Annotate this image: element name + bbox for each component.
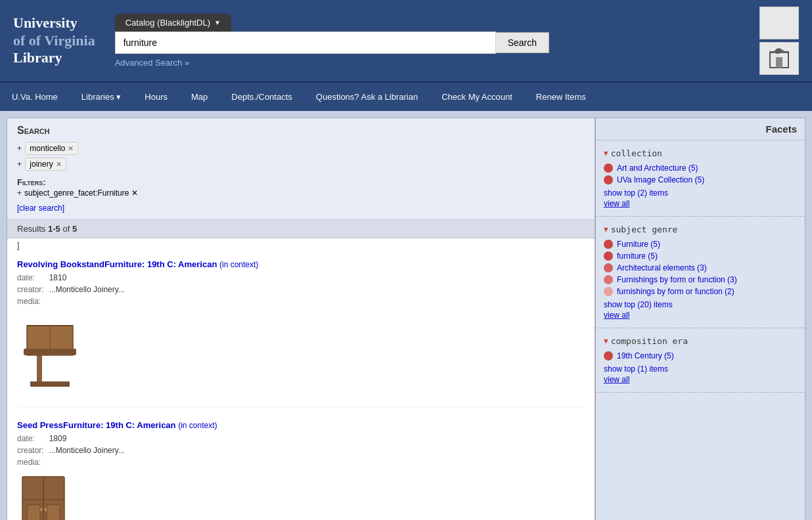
header-icon-building (759, 42, 799, 75)
facet-heading-subject-genre: subject genre (604, 225, 797, 234)
nav-depts[interactable]: Depts./Contacts (219, 83, 304, 111)
tag-joinery[interactable]: joinery ✕ (25, 158, 66, 171)
main-content: Search + monticello ✕ + joinery ✕ Filter… (0, 111, 812, 520)
list-item: 19th Century (5) (604, 351, 797, 360)
facet-dot (604, 287, 613, 296)
svg-rect-4 (37, 352, 42, 385)
search-tags-row: + monticello ✕ + joinery ✕ (17, 141, 585, 172)
nav-hours[interactable]: Hours (133, 83, 179, 111)
filters-section: Filters: + subject_genre_facet:Furniture… (17, 177, 585, 199)
table-row: Seed PressFurniture: 19th C: American (i… (17, 420, 585, 520)
svg-rect-5 (30, 381, 70, 387)
facet-heading-composition-era: composition era (604, 336, 797, 346)
svg-rect-1 (776, 57, 782, 68)
facet-link-furniture[interactable]: Furniture (5) (617, 240, 660, 249)
nav-uva-home[interactable]: U.Va. Home (0, 83, 70, 111)
search-area: Catalog (BlacklightDL) Search Advanced S… (115, 14, 759, 68)
facet-viewall-collection[interactable]: view all (604, 199, 797, 208)
main-nav: U.Va. Home Libraries Hours Map Depts./Co… (0, 81, 812, 111)
facet-link-furnishings-upper[interactable]: Furnishings by form or function (3) (617, 275, 737, 284)
facet-show-subject-genre[interactable]: show top (20) items (604, 300, 797, 309)
clear-search-row: [clear search] (17, 203, 585, 213)
sidebar-item-hours[interactable]: Hours (133, 83, 179, 111)
list-item: furnishings by form or function (2) (604, 287, 797, 296)
result-meta-1: date: 1810 creator: ...Monticello Joiner… (17, 272, 585, 307)
results-panel: Search + monticello ✕ + joinery ✕ Filter… (7, 118, 595, 520)
sidebar-item-map[interactable]: Map (179, 83, 219, 111)
facets-panel: Facets collection Art and Architecture (… (595, 118, 805, 520)
search-button[interactable]: Search (496, 32, 549, 53)
logo: University of of Virginia Library (13, 14, 95, 66)
list-item: Art and Architecture (5) (604, 163, 797, 173)
nav-libraries[interactable]: Libraries (70, 83, 133, 111)
facet-dot (604, 240, 613, 249)
table-row: Revolving BookstandFurniture: 19th C: Am… (17, 259, 585, 407)
sidebar-item-ask[interactable]: Questions? Ask a Librarian (304, 83, 430, 111)
svg-rect-9 (24, 349, 76, 355)
facet-section-subject-genre: subject genre Furniture (5) furniture (5… (596, 217, 805, 328)
facet-dot (604, 175, 613, 184)
bracket-line: ] (7, 238, 595, 253)
result-meta-2: date: 1809 creator: ...Monticello Joiner… (17, 433, 585, 468)
header-icon-blank (759, 7, 799, 39)
nav-map[interactable]: Map (179, 83, 219, 111)
list-item: furniture (5) (604, 251, 797, 261)
facet-dot (604, 263, 613, 272)
facet-show-collection[interactable]: show top (2) items (604, 188, 797, 198)
header: University of of Virginia Library Catalo… (0, 0, 812, 81)
facet-link-art[interactable]: Art and Architecture (5) (617, 163, 698, 173)
tag-monticello[interactable]: monticello ✕ (25, 142, 78, 155)
facet-section-composition-era: composition era 19th Century (5) show to… (596, 328, 805, 393)
results-count-bar: Results 1-5 of 5 (7, 220, 595, 238)
search-box-row: Search (115, 32, 549, 54)
list-item: UVa Image Collection (5) (604, 175, 797, 184)
facet-link-arch-elements[interactable]: Architectural elements (3) (617, 263, 707, 272)
list-item: Furniture (5) (604, 240, 797, 249)
facet-show-composition-era[interactable]: show top (1) items (604, 364, 797, 374)
sidebar-item-libraries[interactable]: Libraries (70, 83, 133, 111)
facet-section-collection: collection Art and Architecture (5) UVa … (596, 141, 805, 217)
result-image-2 (17, 473, 585, 520)
remove-furniture-filter-icon[interactable]: ✕ (131, 188, 138, 198)
remove-monticello-icon[interactable]: ✕ (68, 144, 74, 153)
nav-renew[interactable]: Renew Items (524, 83, 598, 111)
results-body: Revolving BookstandFurniture: 19th C: Am… (7, 253, 595, 520)
result-title-1[interactable]: Revolving BookstandFurniture: 19th C: Am… (17, 259, 258, 269)
header-icons (759, 7, 799, 75)
facet-viewall-subject-genre[interactable]: view all (604, 311, 797, 320)
search-title: Search (17, 125, 585, 137)
sidebar-item-uva-home[interactable]: U.Va. Home (0, 83, 70, 111)
facet-dot (604, 275, 613, 284)
list-item: Architectural elements (3) (604, 263, 797, 272)
facet-link-19th-century[interactable]: 19th Century (5) (617, 351, 674, 360)
facet-heading-collection: collection (604, 148, 797, 158)
advanced-search-link[interactable]: Advanced Search » (115, 58, 189, 68)
filter-furniture: + subject_genre_facet:Furniture ✕ (17, 188, 138, 198)
facet-link-furniture-lower[interactable]: furniture (5) (617, 251, 658, 261)
search-input[interactable] (115, 32, 496, 54)
nav-account[interactable]: Check My Account (430, 83, 524, 111)
sidebar-item-renew[interactable]: Renew Items (524, 83, 598, 111)
facets-title: Facets (596, 118, 805, 141)
remove-joinery-icon[interactable]: ✕ (56, 160, 62, 169)
result-title-2[interactable]: Seed PressFurniture: 19th C: American (i… (17, 420, 217, 430)
logo-area: University of of Virginia Library (13, 14, 95, 66)
facet-link-uva-image[interactable]: UVa Image Collection (5) (617, 175, 704, 184)
nav-list: U.Va. Home Libraries Hours Map Depts./Co… (0, 83, 812, 111)
facet-dot (604, 251, 613, 261)
svg-rect-15 (27, 505, 40, 520)
facet-viewall-composition-era[interactable]: view all (604, 375, 797, 384)
sidebar-item-depts[interactable]: Depts./Contacts (219, 83, 304, 111)
sidebar-item-account[interactable]: Check My Account (430, 83, 524, 111)
facet-dot (604, 351, 613, 360)
results-header: Search + monticello ✕ + joinery ✕ Filter… (7, 118, 595, 220)
nav-ask[interactable]: Questions? Ask a Librarian (304, 83, 430, 111)
clear-search-link[interactable]: [clear search] (17, 204, 64, 213)
result-image-1 (17, 313, 585, 393)
facet-dot (604, 163, 613, 173)
list-item: Furnishings by form or function (3) (604, 275, 797, 284)
catalog-tab[interactable]: Catalog (BlacklightDL) (115, 14, 231, 32)
svg-rect-16 (47, 505, 60, 520)
facet-link-furnishings-lower[interactable]: furnishings by form or function (2) (617, 287, 734, 296)
